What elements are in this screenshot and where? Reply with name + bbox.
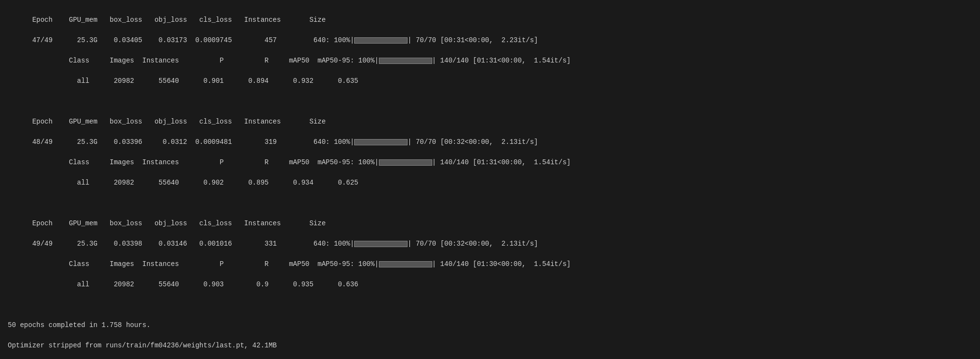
progress-pct-2a: 100% — [334, 138, 350, 146]
val-results-1: all 20982 55640 0.901 0.894 0.932 0.635 — [8, 76, 972, 86]
size-label-1: 640: — [313, 36, 334, 44]
progress-pct-1a: 100% — [334, 36, 350, 44]
size-label-2: 640: — [313, 138, 334, 146]
fraction-2b: 140/140 — [440, 158, 469, 166]
fraction-2a: 70/70 — [416, 138, 436, 146]
epoch-train-2: 48/49 25.3G 0.03396 0.0312 0.0009481 319… — [8, 137, 972, 147]
time-3a: [00:32<00:00, 2.13it/s] — [440, 240, 538, 248]
progress-pct-3a: 100% — [334, 240, 350, 248]
val-header-1: Class Images Instances P R mAP50 mAP50-9… — [8, 56, 972, 66]
epoch-header-1: Epoch GPU_mem box_loss obj_loss cls_loss… — [8, 15, 972, 25]
time-2b: [01:31<00:00, 1.54it/s] — [473, 158, 571, 166]
val-pct-3b: 100% — [359, 260, 375, 268]
val-results-3: all 20982 55640 0.903 0.9 0.935 0.636 — [8, 280, 972, 290]
time-1b: [01:31<00:00, 1.54it/s] — [473, 57, 571, 64]
blank-2 — [8, 198, 972, 208]
val-pct-2b: 100% — [359, 158, 375, 166]
val-header-2: Class Images Instances P R mAP50 mAP50-9… — [8, 157, 972, 168]
summary-epochs: 50 epochs completed in 1.758 hours. — [8, 320, 972, 330]
epoch-header-3: Epoch GPU_mem box_loss obj_loss cls_loss… — [8, 219, 972, 229]
fraction-1b: 140/140 — [440, 57, 469, 64]
terminal-output: Epoch GPU_mem box_loss obj_loss cls_loss… — [8, 5, 972, 359]
epoch-header-2: Epoch GPU_mem box_loss obj_loss cls_loss… — [8, 117, 972, 127]
val-header-3: Class Images Instances P R mAP50 mAP50-9… — [8, 259, 972, 269]
val-results-2: all 20982 55640 0.902 0.895 0.934 0.625 — [8, 178, 972, 188]
time-2a: [00:32<00:00, 2.13it/s] — [440, 138, 538, 146]
time-3b: [01:30<00:00, 1.54it/s] — [473, 260, 571, 268]
summary-opt-last: Optimizer stripped from runs/train/fm042… — [8, 341, 972, 351]
fraction-1a: 70/70 — [416, 36, 436, 44]
blank-3 — [8, 300, 972, 310]
blank-1 — [8, 96, 972, 107]
size-label-3: 640: — [313, 240, 334, 248]
fraction-3a: 70/70 — [416, 240, 436, 248]
epoch-train-1: 47/49 25.3G 0.03405 0.03173 0.0009745 45… — [8, 35, 972, 46]
val-pct-1b: 100% — [359, 57, 375, 64]
epoch-train-3: 49/49 25.3G 0.03398 0.03146 0.001016 331… — [8, 239, 972, 249]
time-1a: [00:31<00:00, 2.23it/s] — [440, 36, 538, 44]
fraction-3b: 140/140 — [440, 260, 469, 268]
